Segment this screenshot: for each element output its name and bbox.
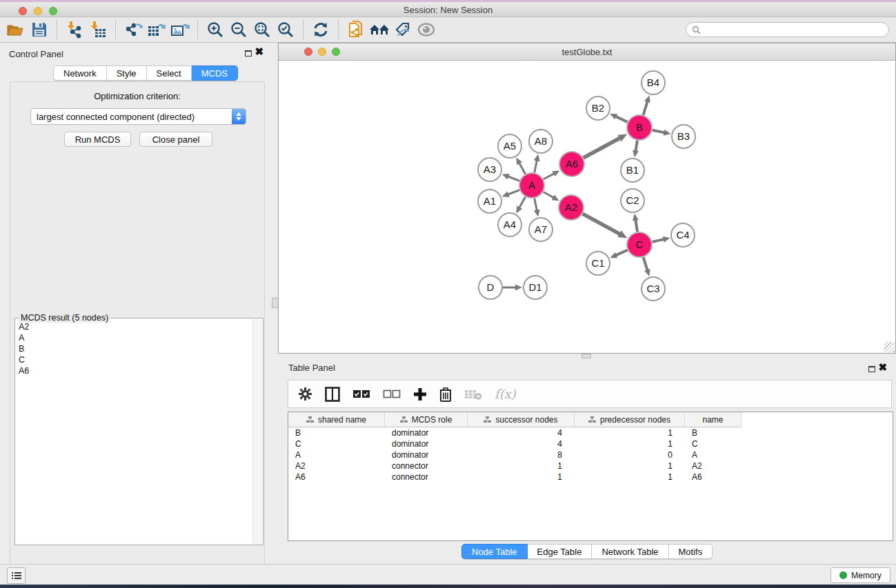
delete-row-button[interactable] (439, 387, 452, 402)
edge-C-C4[interactable] (653, 239, 665, 242)
tab-motifs[interactable]: Motifs (669, 544, 713, 559)
memory-button[interactable]: Memory (830, 567, 890, 583)
tab-node-table[interactable]: Node Table (461, 544, 528, 559)
tab-network[interactable]: Network (53, 65, 107, 81)
show-column-button[interactable] (325, 387, 340, 402)
network-window-titlebar[interactable]: testGlobe.txt (279, 43, 895, 61)
node-table[interactable]: shared nameMCDS rolesuccessor nodesprede… (288, 412, 893, 541)
close-panel-button[interactable]: Close panel (139, 132, 212, 147)
table-row[interactable]: Adominator80A (288, 449, 893, 460)
import-table-button[interactable] (86, 19, 110, 41)
tab-network-table[interactable]: Network Table (592, 544, 668, 559)
result-item[interactable]: A6 (16, 365, 252, 376)
edge-A6-B[interactable] (584, 138, 621, 158)
save-session-button[interactable] (28, 19, 51, 41)
destroy-table-button[interactable] (464, 388, 482, 401)
open-file-button[interactable] (4, 19, 28, 41)
arrowhead-icon (663, 236, 670, 243)
zoom-in-button[interactable] (203, 19, 227, 41)
tab-select[interactable]: Select (147, 65, 192, 81)
column-header-name[interactable]: name (685, 412, 741, 427)
edge-A-A3[interactable] (507, 176, 519, 181)
refresh-button[interactable] (309, 19, 332, 41)
import-network-button[interactable] (63, 19, 86, 41)
hide-labels-button[interactable] (391, 19, 415, 41)
add-row-button[interactable] (413, 387, 427, 401)
tab-edge-table[interactable]: Edge Table (528, 544, 593, 559)
export-image-button[interactable] (168, 19, 192, 41)
close-table-panel-icon[interactable]: ✖ (878, 361, 887, 374)
toolbar-separator (303, 20, 303, 39)
export-table-button[interactable] (145, 19, 168, 41)
arrowhead-icon (502, 174, 510, 179)
tab-style[interactable]: Style (107, 65, 147, 81)
edge-A-A5[interactable] (519, 163, 525, 174)
cell-successor-nodes: 1 (468, 472, 575, 483)
edge-A-A8[interactable] (535, 159, 537, 172)
edge-B-B2[interactable] (615, 116, 627, 122)
edge-A-A6[interactable] (544, 173, 555, 179)
edge-A-A1[interactable] (507, 190, 519, 195)
tab-mcds[interactable]: MCDS (192, 65, 238, 81)
function-builder-button[interactable]: f(x) (495, 387, 516, 401)
network-canvas[interactable]: B4B2BB3A8A5A6A3B1AC2A1A2A4A7C4CC1DD1C3 (279, 61, 895, 353)
zoom-fit-icon (253, 21, 271, 39)
node-label-D1: D1 (528, 281, 541, 293)
zoom-selected-button[interactable] (274, 19, 297, 41)
column-header-MCDS-role[interactable]: MCDS role (385, 412, 468, 427)
result-item[interactable]: B (16, 343, 252, 354)
edge-B-B4[interactable] (644, 101, 648, 115)
node-label-A1: A1 (484, 195, 496, 207)
result-item[interactable]: A2 (16, 321, 252, 332)
zoom-in-icon (206, 21, 224, 39)
edge-C-C3[interactable] (644, 257, 648, 271)
table-row[interactable]: A2connector11A2 (288, 460, 893, 472)
table-body: Bdominator41BCdominator41CAdominator80AA… (288, 427, 893, 540)
toolbar-separator (338, 20, 339, 39)
zoom-fit-button[interactable] (250, 19, 274, 41)
hierarchy-icon (400, 416, 408, 423)
cell-shared-name: B (288, 427, 385, 438)
float-panel-icon[interactable] (245, 50, 252, 57)
search-icon (692, 26, 701, 34)
close-panel-icon[interactable]: ✖ (255, 45, 263, 58)
edge-C-C1[interactable] (615, 250, 628, 256)
edge-A-A7[interactable] (535, 199, 537, 212)
export-network-button[interactable] (121, 19, 145, 41)
zoom-out-button[interactable] (227, 19, 250, 41)
result-scrollbar[interactable] (252, 319, 262, 544)
node-label-B3: B3 (677, 130, 690, 142)
hierarchy-icon (588, 416, 596, 423)
edge-A-A4[interactable] (519, 197, 525, 209)
edge-B-B3[interactable] (653, 130, 666, 133)
home-button[interactable] (368, 19, 391, 41)
search-box[interactable] (686, 22, 889, 37)
result-item[interactable]: A (16, 332, 252, 343)
table-row[interactable]: Cdominator41C (288, 438, 893, 449)
search-input[interactable] (704, 25, 888, 34)
run-mcds-button[interactable]: Run MCDS (64, 132, 131, 147)
edge-B-B1[interactable] (635, 141, 637, 152)
column-header-predecessor-nodes[interactable]: predecessor nodes (575, 412, 685, 427)
resize-grip-icon[interactable] (884, 342, 895, 352)
table-row[interactable]: Bdominator41B (288, 427, 893, 438)
first-neighbors-button[interactable] (344, 19, 368, 41)
unselect-all-button[interactable] (383, 389, 401, 399)
network-graph[interactable]: B4B2BB3A8A5A6A3B1AC2A1A2A4A7C4CC1DD1C3 (279, 61, 895, 353)
column-header-successor-nodes[interactable]: successor nodes (468, 412, 575, 427)
node-label-B2: B2 (592, 102, 604, 114)
table-settings-button[interactable] (298, 387, 312, 401)
float-table-panel-icon[interactable] (868, 366, 875, 372)
column-header-shared-name[interactable]: shared name (288, 412, 385, 427)
result-item[interactable]: C (16, 354, 252, 365)
horizontal-splitter-grip[interactable] (581, 354, 591, 358)
edge-C-C2[interactable] (635, 219, 637, 232)
select-all-button[interactable] (352, 389, 370, 399)
table-row[interactable]: A6connector11A6 (288, 472, 893, 483)
edge-A-A2[interactable] (544, 192, 555, 198)
task-history-button[interactable] (7, 567, 26, 584)
arrowhead-icon (664, 130, 671, 136)
optimization-criterion-select[interactable]: largest connected component (directed) (30, 108, 246, 125)
edge-A2-C[interactable] (583, 214, 621, 234)
show-hide-graphics-button[interactable] (415, 19, 438, 41)
